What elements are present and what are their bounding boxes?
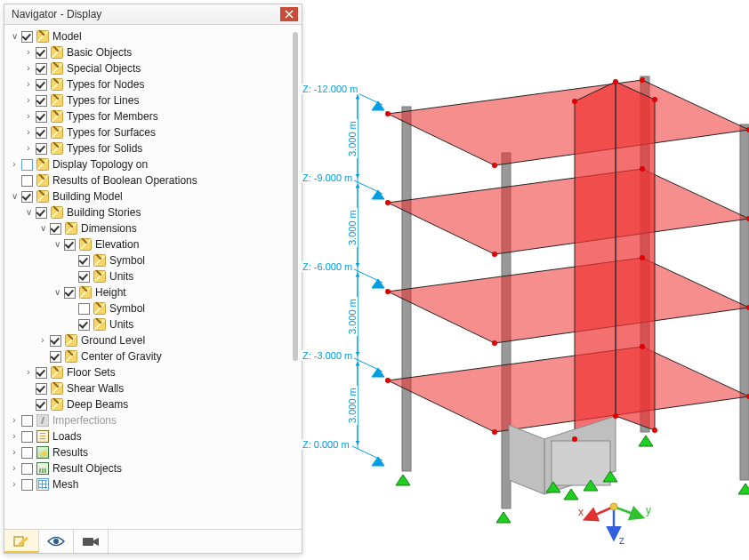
pencil-icon bbox=[79, 286, 92, 299]
tree-item[interactable]: Imperfections bbox=[52, 412, 117, 428]
tab-views[interactable] bbox=[39, 530, 74, 553]
pencil-icon bbox=[51, 78, 63, 91]
checkbox[interactable] bbox=[36, 383, 47, 395]
close-button[interactable] bbox=[280, 7, 298, 21]
tree-item[interactable]: Building Stories bbox=[66, 204, 141, 220]
tree-item[interactable]: Units bbox=[109, 268, 133, 284]
tree-item[interactable]: Height bbox=[94, 284, 126, 300]
checkbox[interactable] bbox=[21, 431, 33, 443]
tree-item[interactable]: Results bbox=[52, 444, 88, 460]
tree-item[interactable]: Basic Objects bbox=[66, 44, 132, 60]
tree-item[interactable]: Types for Surfaces bbox=[66, 124, 156, 140]
svg-rect-15 bbox=[740, 124, 749, 480]
expand-icon[interactable]: › bbox=[8, 462, 20, 475]
expand-icon[interactable]: › bbox=[22, 62, 35, 75]
checkbox[interactable] bbox=[50, 223, 61, 235]
expand-icon[interactable]: › bbox=[8, 430, 20, 443]
checkbox[interactable] bbox=[50, 351, 61, 363]
expand-icon[interactable]: › bbox=[22, 110, 35, 123]
tree-item[interactable]: Display Topology on bbox=[52, 156, 148, 172]
checkbox[interactable] bbox=[64, 239, 76, 251]
checkbox[interactable] bbox=[36, 63, 47, 75]
expand-icon[interactable]: › bbox=[22, 46, 35, 59]
tree-item[interactable]: Elevation bbox=[94, 236, 139, 252]
expand-icon[interactable]: › bbox=[8, 158, 20, 171]
expand-icon[interactable]: › bbox=[22, 142, 35, 155]
checkbox[interactable] bbox=[36, 399, 47, 411]
scrollbar-thumb[interactable] bbox=[293, 32, 298, 361]
tree-item[interactable]: Types for Nodes bbox=[66, 76, 144, 92]
checkbox[interactable] bbox=[36, 143, 47, 155]
expand-icon[interactable]: ∨ bbox=[51, 286, 63, 299]
tree-item[interactable]: Results of Boolean Operations bbox=[52, 172, 197, 188]
tree[interactable]: ∨Model ›Basic Objects ›Special Objects ›… bbox=[4, 25, 302, 529]
panel-header[interactable]: Navigator - Display bbox=[4, 4, 302, 25]
checkbox[interactable] bbox=[36, 207, 47, 219]
model-render: x y z bbox=[302, 0, 749, 560]
tree-item[interactable]: Loads bbox=[52, 428, 82, 444]
checkbox[interactable] bbox=[50, 335, 61, 347]
tree-item[interactable]: Symbol bbox=[109, 300, 145, 316]
expand-icon[interactable]: › bbox=[8, 446, 20, 459]
expand-icon[interactable]: › bbox=[22, 78, 35, 91]
checkbox[interactable] bbox=[36, 111, 47, 123]
checkbox[interactable] bbox=[21, 415, 33, 427]
expand-icon[interactable]: ∨ bbox=[8, 30, 20, 43]
height-label: 3.000 m bbox=[347, 208, 358, 247]
tree-item-model[interactable]: Model bbox=[52, 28, 82, 44]
expand-icon[interactable]: › bbox=[8, 478, 20, 491]
tree-item[interactable]: Shear Walls bbox=[66, 380, 124, 396]
expand-icon[interactable]: › bbox=[22, 126, 35, 139]
expand-icon[interactable]: ∨ bbox=[22, 206, 35, 219]
expand-icon[interactable]: ∨ bbox=[51, 238, 63, 251]
checkbox[interactable] bbox=[64, 287, 76, 299]
expand-icon[interactable]: › bbox=[36, 334, 49, 347]
tree-item[interactable]: Deep Beams bbox=[66, 396, 128, 412]
expand-icon[interactable]: › bbox=[8, 414, 20, 427]
expand-icon[interactable]: ∨ bbox=[36, 222, 49, 235]
tree-item[interactable]: Units bbox=[109, 316, 133, 332]
checkbox-model[interactable] bbox=[21, 31, 33, 43]
svg-point-43 bbox=[613, 79, 618, 84]
checkbox[interactable] bbox=[78, 303, 90, 315]
tree-item[interactable]: Floor Sets bbox=[66, 364, 116, 380]
tree-item[interactable]: Types for Members bbox=[66, 108, 158, 124]
svg-point-51 bbox=[610, 503, 617, 510]
checkbox[interactable] bbox=[21, 479, 33, 491]
navigator-panel: Navigator - Display ∨Model ›Basic Object… bbox=[4, 4, 302, 554]
checkbox[interactable] bbox=[36, 127, 47, 139]
expand-icon[interactable]: ∨ bbox=[8, 190, 20, 203]
tree-item-building-model[interactable]: Building Model bbox=[52, 188, 123, 204]
checkbox[interactable] bbox=[21, 159, 33, 171]
tab-display[interactable] bbox=[4, 530, 39, 553]
checkbox[interactable] bbox=[36, 367, 47, 379]
tree-item[interactable]: Ground Level bbox=[80, 332, 145, 348]
tree-item[interactable]: Center of Gravity bbox=[80, 348, 162, 364]
expand-icon[interactable]: › bbox=[22, 94, 35, 107]
tree-item[interactable]: Special Objects bbox=[66, 60, 141, 76]
tree-item[interactable]: Dimensions bbox=[80, 220, 137, 236]
svg-marker-20 bbox=[388, 80, 749, 165]
checkbox[interactable] bbox=[21, 463, 33, 475]
panel-title: Navigator - Display bbox=[12, 8, 280, 20]
checkbox[interactable] bbox=[78, 271, 90, 283]
results-icon bbox=[36, 446, 49, 459]
tree-item[interactable]: Types for Lines bbox=[66, 92, 139, 108]
checkbox[interactable] bbox=[21, 191, 33, 203]
tree-item[interactable]: Result Objects bbox=[52, 460, 122, 476]
model-viewport[interactable]: x y z Z: 0.000 m Z: -3.000 m Z: -6.000 m… bbox=[302, 0, 749, 560]
tree-item[interactable]: Types for Solids bbox=[66, 140, 142, 156]
tab-camera[interactable] bbox=[74, 530, 109, 553]
pencil-icon bbox=[51, 110, 63, 123]
checkbox[interactable] bbox=[21, 447, 33, 459]
expand-icon[interactable]: › bbox=[22, 366, 35, 379]
checkbox[interactable] bbox=[36, 79, 47, 91]
checkbox[interactable] bbox=[36, 95, 47, 107]
camera-icon bbox=[82, 535, 100, 548]
checkbox[interactable] bbox=[78, 255, 90, 267]
checkbox[interactable] bbox=[78, 319, 90, 331]
checkbox[interactable] bbox=[36, 47, 47, 59]
checkbox[interactable] bbox=[21, 175, 33, 187]
tree-item[interactable]: Mesh bbox=[52, 476, 78, 492]
tree-item[interactable]: Symbol bbox=[109, 252, 145, 268]
